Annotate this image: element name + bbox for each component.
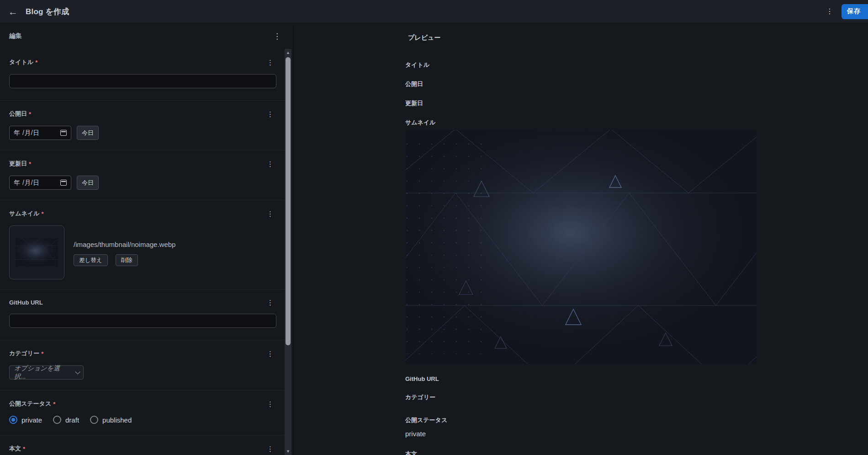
- preview-github-url-label: GitHub URL: [405, 375, 757, 382]
- body-label: 本文: [9, 444, 21, 453]
- edit-panel-kebab-icon[interactable]: ⋮: [273, 32, 281, 40]
- title-kebab-icon[interactable]: ⋮: [267, 59, 274, 66]
- status-label: 公開ステータス: [9, 400, 51, 408]
- topbar-actions: ⋮ 保存: [824, 4, 868, 19]
- edit-panel: 編集 ⋮ タイトル * ⋮ 公開日 * ⋮: [0, 23, 294, 455]
- preview-publish-date-label: 公開日: [405, 80, 757, 88]
- update-date-today-button[interactable]: 今日: [77, 176, 99, 190]
- field-update-date: 更新日 * ⋮ 年 /月/日 今日: [0, 150, 286, 200]
- title-input[interactable]: [9, 74, 276, 88]
- radio-icon[interactable]: [90, 416, 98, 424]
- topbar: ← Blog を作成 ⋮ 保存: [0, 0, 868, 23]
- main-layout: 編集 ⋮ タイトル * ⋮ 公開日 * ⋮: [0, 23, 868, 455]
- page-title: Blog を作成: [26, 6, 69, 17]
- required-mark: *: [35, 59, 37, 66]
- date-placeholder: 年 /月/日: [14, 179, 40, 187]
- github-url-label: GitHub URL: [9, 299, 43, 306]
- category-kebab-icon[interactable]: ⋮: [267, 350, 274, 357]
- scrollbar-thumb[interactable]: [286, 57, 291, 345]
- calendar-icon[interactable]: [60, 180, 67, 186]
- edit-panel-header: 編集 ⋮: [0, 23, 293, 49]
- required-mark: *: [23, 445, 25, 452]
- preview-thumbnail-label: サムネイル: [405, 118, 757, 127]
- radio-icon[interactable]: [53, 416, 61, 424]
- thumbnail-replace-button[interactable]: 差し替え: [74, 254, 108, 266]
- required-mark: *: [41, 350, 43, 357]
- preview-status-label: 公開ステータス: [405, 416, 757, 424]
- back-arrow-icon[interactable]: ←: [8, 7, 22, 16]
- github-url-input[interactable]: [9, 314, 276, 328]
- preview-status-value: private: [405, 430, 757, 438]
- category-label: カテゴリー: [9, 349, 39, 358]
- field-publish-date: 公開日 * ⋮ 年 /月/日 今日: [0, 101, 286, 150]
- thumbnail-delete-button[interactable]: 削除: [116, 254, 138, 266]
- radio-option-private[interactable]: private: [9, 416, 42, 424]
- edit-panel-scrollbar[interactable]: ▲ ▼: [285, 49, 291, 455]
- thumbnail-info: /images/thumbnail/noimage.webp 差し替え 削除: [74, 225, 175, 279]
- update-date-label: 更新日: [9, 160, 27, 168]
- save-button[interactable]: 保存: [842, 4, 868, 19]
- required-mark: *: [42, 210, 44, 217]
- field-title: タイトル * ⋮: [0, 49, 286, 101]
- edit-panel-title: 編集: [9, 32, 22, 40]
- radio-icon[interactable]: [9, 416, 17, 424]
- radio-option-draft[interactable]: draft: [53, 416, 79, 424]
- category-select[interactable]: オプションを選択...: [9, 365, 84, 380]
- publish-date-today-button[interactable]: 今日: [77, 126, 99, 140]
- field-status: 公開ステータス * ⋮ private draft publis: [0, 391, 286, 435]
- thumbnail-kebab-icon[interactable]: ⋮: [267, 210, 274, 217]
- thumbnail-image: [16, 238, 58, 267]
- field-category: カテゴリー * ⋮ オプションを選択...: [0, 340, 286, 391]
- topbar-kebab-icon[interactable]: ⋮: [824, 8, 835, 15]
- preview-body-label: 本文: [405, 450, 757, 455]
- radio-option-published[interactable]: published: [90, 416, 132, 424]
- required-mark: *: [29, 111, 31, 118]
- thumbnail-label: サムネイル: [9, 209, 40, 218]
- status-radio-group: private draft published: [9, 416, 276, 424]
- preview-panel-title: プレビュー: [408, 34, 757, 42]
- publish-date-input[interactable]: 年 /月/日: [9, 126, 71, 140]
- title-label: タイトル: [9, 58, 33, 66]
- github-url-kebab-icon[interactable]: ⋮: [267, 299, 274, 306]
- scroll-down-icon[interactable]: ▼: [285, 448, 291, 455]
- preview-title-label: タイトル: [405, 61, 757, 69]
- status-kebab-icon[interactable]: ⋮: [267, 401, 274, 407]
- required-mark: *: [53, 401, 55, 407]
- category-select-placeholder: オプションを選択...: [14, 364, 70, 381]
- field-body: 本文 * ⋮ ¶ B T S <> ∞ □ ▣: [0, 435, 286, 455]
- calendar-icon[interactable]: [60, 130, 67, 136]
- publish-date-kebab-icon[interactable]: ⋮: [267, 111, 274, 118]
- field-github-url: GitHub URL ⋮: [0, 290, 286, 340]
- preview-update-date-label: 更新日: [405, 99, 757, 107]
- field-thumbnail: サムネイル * ⋮: [0, 200, 286, 290]
- edit-form: タイトル * ⋮ 公開日 * ⋮ 年 /月/日 今日: [0, 49, 286, 455]
- body-kebab-icon[interactable]: ⋮: [267, 445, 274, 452]
- thumbnail-path: /images/thumbnail/noimage.webp: [74, 241, 175, 248]
- required-mark: *: [29, 161, 31, 167]
- chevron-down-icon: [75, 369, 80, 374]
- scroll-up-icon[interactable]: ▲: [285, 49, 291, 56]
- thumbnail-preview-box: [9, 225, 64, 279]
- preview-thumbnail-image: [405, 130, 757, 364]
- publish-date-label: 公開日: [9, 110, 27, 118]
- preview-panel: プレビュー タイトル 公開日 更新日 サムネイル: [294, 23, 868, 455]
- update-date-input[interactable]: 年 /月/日: [9, 176, 71, 190]
- preview-category-label: カテゴリー: [405, 393, 757, 401]
- update-date-kebab-icon[interactable]: ⋮: [267, 161, 274, 167]
- date-placeholder: 年 /月/日: [14, 129, 40, 137]
